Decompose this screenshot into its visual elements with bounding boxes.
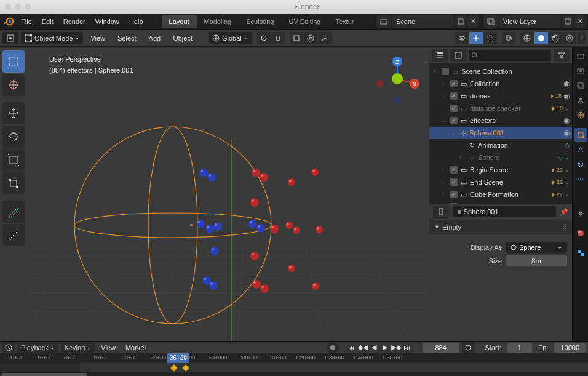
panel-empty-header[interactable]: ▼ Empty ⠿ bbox=[429, 220, 572, 234]
visibility-icon[interactable]: ◉ bbox=[563, 92, 570, 100]
timeline-ruler[interactable]: 36+20 -20+00-10+000+0010+0020+0030+0040+… bbox=[0, 353, 588, 363]
timeline-marker-menu[interactable]: Marker bbox=[122, 343, 150, 353]
expand-icon[interactable]: › bbox=[442, 167, 448, 173]
pin-icon[interactable]: 📌 bbox=[560, 208, 568, 216]
navigation-gizmo[interactable]: X Z bbox=[373, 54, 422, 103]
expand-icon[interactable]: › bbox=[442, 93, 448, 99]
editor-type-button[interactable] bbox=[2, 32, 18, 44]
timeline-scrollbar[interactable] bbox=[0, 372, 588, 376]
menu-help[interactable]: Help bbox=[124, 15, 148, 28]
properties-breadcrumb[interactable]: ■ Sphere.001 bbox=[453, 206, 556, 217]
timeline-view-menu[interactable]: View bbox=[97, 343, 119, 353]
scene-browse-icon[interactable] bbox=[376, 15, 391, 28]
sidebar-collapse-icon[interactable]: ‹ bbox=[424, 58, 427, 65]
prop-tab-world[interactable] bbox=[574, 108, 587, 122]
checkbox[interactable]: ✓ bbox=[450, 191, 458, 198]
viewlayer-delete-icon[interactable]: ✕ bbox=[574, 15, 586, 28]
outliner-display-mode[interactable] bbox=[450, 49, 466, 62]
timeline-editor-type[interactable] bbox=[2, 342, 15, 353]
snap-to-button[interactable] bbox=[290, 32, 303, 44]
viewlayer-name-input[interactable] bbox=[499, 15, 561, 28]
properties-editor-type[interactable] bbox=[433, 206, 449, 218]
visibility-icon[interactable]: ◉ bbox=[563, 79, 570, 88]
outliner-row[interactable]: ›▽Sphere▽⌄ bbox=[429, 151, 572, 164]
menu-file[interactable]: File bbox=[16, 15, 37, 28]
prop-tab-constraints[interactable] bbox=[574, 172, 587, 186]
keying-menu[interactable]: Keying⌄ bbox=[61, 343, 95, 353]
outliner-filter-button[interactable] bbox=[554, 49, 570, 62]
shading-wireframe[interactable] bbox=[520, 32, 534, 44]
play-reverse-button[interactable]: ◀ bbox=[368, 342, 379, 353]
play-button[interactable]: ▶ bbox=[379, 342, 391, 353]
visibility-icon[interactable]: ◉ bbox=[563, 129, 570, 137]
restrict-chevron[interactable]: ⌄ bbox=[565, 167, 570, 173]
playback-menu[interactable]: Playback⌄ bbox=[17, 343, 58, 353]
3d-viewport[interactable]: User Perspective (884) effectors | Spher… bbox=[28, 47, 429, 341]
object-menu[interactable]: Object bbox=[168, 32, 197, 44]
close-window[interactable] bbox=[5, 4, 11, 10]
timeline-track[interactable] bbox=[0, 363, 588, 373]
keyframe[interactable] bbox=[182, 364, 189, 371]
menu-window[interactable]: Window bbox=[90, 15, 124, 28]
restrict-chevron[interactable]: ⌄ bbox=[565, 154, 570, 161]
expand-icon[interactable]: › bbox=[459, 154, 466, 161]
outliner-row[interactable]: ›✓▭Collection◉ bbox=[429, 78, 572, 90]
checkbox[interactable]: ✓ bbox=[450, 80, 458, 87]
prop-tab-physics[interactable] bbox=[574, 158, 587, 171]
keyframe[interactable] bbox=[170, 364, 177, 371]
visibility-button[interactable] bbox=[455, 32, 469, 44]
viewlayer-browse-icon[interactable] bbox=[483, 15, 498, 28]
outliner-row[interactable]: ›✓▭Begin Scene⏵22⌄ bbox=[429, 164, 572, 176]
proportional-falloff[interactable] bbox=[318, 32, 332, 44]
anim-data-icon[interactable]: ◇ bbox=[565, 142, 570, 150]
prop-tab-render[interactable] bbox=[574, 49, 587, 63]
tab-modeling[interactable]: Modeling bbox=[197, 15, 239, 28]
add-menu[interactable]: Add bbox=[144, 32, 166, 44]
maximize-window[interactable] bbox=[25, 4, 31, 10]
outliner-row[interactable]: ✓▭distance checker⏵18⌄ bbox=[429, 102, 572, 114]
tool-measure[interactable] bbox=[2, 224, 25, 246]
gizmo-toggle[interactable] bbox=[469, 32, 483, 44]
shading-solid[interactable] bbox=[534, 32, 548, 44]
viewlayer-new-icon[interactable] bbox=[562, 15, 573, 28]
size-input[interactable]: 8m bbox=[506, 255, 567, 266]
tool-transform[interactable] bbox=[2, 172, 25, 194]
tool-cursor[interactable] bbox=[2, 74, 25, 96]
checkbox[interactable]: ✓ bbox=[450, 92, 458, 100]
outliner-row[interactable]: ⌄⊹Sphere.001◉ bbox=[429, 127, 572, 139]
autokey-button[interactable] bbox=[327, 342, 339, 353]
restrict-chevron[interactable]: ⌄ bbox=[565, 105, 570, 111]
checkbox[interactable]: ✓ bbox=[450, 166, 458, 174]
snap-button[interactable] bbox=[271, 32, 285, 44]
overlay-toggle[interactable] bbox=[483, 32, 497, 44]
prop-tab-data[interactable] bbox=[574, 207, 587, 220]
outliner-row[interactable]: ›✓▭End Scene⏵22⌄ bbox=[429, 176, 572, 188]
minimize-window[interactable] bbox=[15, 4, 21, 10]
tab-sculpting[interactable]: Sculpting bbox=[239, 15, 281, 28]
display-as-select[interactable]: Sphere ⌄ bbox=[506, 242, 567, 253]
tool-scale[interactable] bbox=[2, 149, 25, 171]
tool-move[interactable] bbox=[2, 102, 25, 124]
mesh-data-icon[interactable]: ▽ bbox=[558, 154, 563, 162]
jump-end-button[interactable]: ⏭ bbox=[402, 342, 413, 353]
visibility-icon[interactable]: ◉ bbox=[563, 116, 570, 125]
mode-select[interactable]: Object Mode ⌄ bbox=[21, 32, 83, 44]
expand-icon[interactable]: ⌄ bbox=[442, 118, 448, 124]
menu-render[interactable]: Render bbox=[58, 15, 90, 28]
jump-next-keyframe[interactable]: ▶◆ bbox=[391, 342, 402, 353]
expand-icon[interactable]: › bbox=[442, 81, 448, 87]
scene-delete-icon[interactable]: ✕ bbox=[467, 15, 479, 28]
select-menu[interactable]: Select bbox=[113, 32, 141, 44]
outliner-row[interactable]: ›▭Scene Collection bbox=[429, 65, 572, 78]
current-frame-input[interactable]: 884 bbox=[423, 343, 459, 353]
expand-icon[interactable]: ⌄ bbox=[451, 130, 457, 136]
outliner-row[interactable]: ›✓▭drones⏵18◉ bbox=[429, 90, 572, 102]
orientation-select[interactable]: Global ⌄ bbox=[209, 32, 252, 44]
prop-tab-viewlayer[interactable] bbox=[574, 79, 587, 92]
start-frame-input[interactable]: 1 bbox=[507, 343, 532, 353]
shading-dropdown[interactable]: ⌄ bbox=[577, 32, 586, 44]
outliner-row[interactable]: ↻Animation◇ bbox=[429, 139, 572, 151]
jump-prev-keyframe[interactable]: ◆◀ bbox=[357, 342, 368, 353]
tab-uv-editing[interactable]: UV Editing bbox=[281, 15, 328, 28]
checkbox[interactable]: ✓ bbox=[450, 178, 458, 186]
